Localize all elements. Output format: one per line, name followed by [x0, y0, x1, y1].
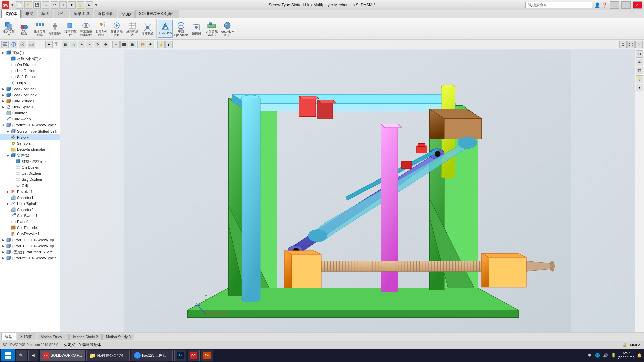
tree-item-cut-sweep1-1[interactable]: Cut-Sweep1	[0, 116, 60, 122]
tree-expander[interactable]: ▶	[6, 190, 10, 194]
tree-expander[interactable]	[11, 171, 15, 175]
large-assembly-btn[interactable]: 大型装配体模式	[204, 20, 219, 38]
quick-extra[interactable]: ▼	[68, 1, 76, 9]
display-style-btn[interactable]: 🎨	[139, 41, 146, 48]
quick-measure[interactable]: 📐	[77, 1, 84, 9]
tab-sketch[interactable]: 草图	[38, 10, 53, 18]
tree-expander[interactable]	[6, 141, 10, 145]
tree-expander[interactable]	[11, 165, 15, 169]
quick-redo[interactable]: ↪	[59, 1, 67, 9]
rotate-btn[interactable]: ↻	[94, 41, 101, 48]
user-icon[interactable]: 👤	[594, 2, 600, 8]
tree-item-origin[interactable]: Orijin	[0, 80, 60, 86]
realview-vp-btn[interactable]: 💡	[157, 41, 165, 48]
tree-item-boss-extrude2[interactable]: ▶Boss-Extrude2	[0, 92, 60, 98]
dim-xpert-tab[interactable]: Dim	[28, 41, 35, 48]
tab-mbd[interactable]: MBD	[118, 11, 135, 18]
taskbar-solidworks[interactable]: SW SOLIDWORKS P...	[40, 350, 85, 361]
taskbar-photoshop[interactable]: Ps	[174, 350, 186, 361]
solidworks-logo[interactable]: SW	[2, 1, 9, 9]
tree-item-plane-right[interactable]: Sağ Düzlem	[0, 74, 60, 80]
zoom-fit-btn[interactable]: ⊡	[62, 41, 69, 48]
start-button[interactable]	[1, 349, 15, 361]
feature-manager-tab[interactable]	[1, 41, 9, 48]
tree-item-plane-top[interactable]: Üst Düzlem	[0, 68, 60, 74]
rp-btn-2[interactable]: 👁	[636, 59, 643, 66]
tree-expander[interactable]	[6, 135, 10, 139]
notification-icon[interactable]: 🔔	[636, 352, 643, 359]
rp-btn-5[interactable]: ◈	[636, 84, 643, 91]
tree-expander[interactable]	[1, 111, 5, 115]
zoom-in-btn[interactable]: +	[78, 41, 85, 48]
tree-expander[interactable]: ▶	[6, 153, 10, 157]
tree-expander[interactable]	[11, 177, 15, 182]
tree-expander[interactable]: ▶	[1, 51, 5, 55]
realview-btn[interactable]: RealView图形	[220, 20, 235, 38]
zoom-area-btn[interactable]: 🔍	[70, 41, 77, 48]
viewport[interactable]: ⊡ 🔍 + − ↻ ✥ ✂ ⬛ ⊞ 🎨 👁 💡 ◐ ⊡ ⛶ ✕	[60, 40, 644, 332]
taskbar-extra2[interactable]: SW	[201, 350, 213, 361]
taskbar-browser[interactable]: 🌐 hao123-上网从...	[131, 350, 173, 361]
hide-show-items-btn[interactable]: 👁	[147, 41, 154, 48]
search-box[interactable]: 🔍	[525, 2, 592, 8]
move-part-btn[interactable]: ↔ 移动零部件	[63, 20, 78, 38]
show-hide-btn[interactable]: 显示隐藏的零部件	[79, 20, 93, 38]
quick-print[interactable]: 🖨	[42, 1, 49, 9]
tree-expander[interactable]	[6, 57, 10, 61]
sys-network[interactable]: 🌐	[594, 352, 601, 359]
tree-item-revolve1[interactable]: ▶Revolve1	[0, 189, 60, 195]
tree-expander[interactable]	[6, 63, 10, 67]
bottom-tab-motion1[interactable]: Motion Study 1	[37, 334, 69, 340]
mate-btn[interactable]: 配合 配合	[17, 20, 32, 38]
ref-geometry-btn[interactable]: 参考几何特征	[94, 20, 109, 38]
tree-expander[interactable]	[6, 69, 10, 73]
clock-display[interactable]: 6:57 2022/4/22	[618, 351, 635, 360]
tree-expander[interactable]	[6, 196, 10, 200]
close-button[interactable]: ✕	[633, 1, 642, 9]
tab-plugins[interactable]: SOLIDWORKS 插件	[135, 10, 179, 18]
quick-undo[interactable]: ↩	[51, 1, 58, 9]
tree-expander[interactable]	[11, 184, 15, 188]
zoom-out-btn[interactable]: −	[86, 41, 93, 48]
tree-expander[interactable]	[1, 117, 5, 121]
bottom-tab-motion2[interactable]: Motion Study 2	[69, 334, 101, 340]
tree-item-part11[interactable]: ▶[ Part11^2261-Screw-Type S	[0, 237, 60, 243]
bottom-tab-motion3[interactable]: Motion Study 3	[102, 334, 134, 340]
pan-btn[interactable]: ✥	[102, 41, 109, 48]
tree-item-detaylandirmalar[interactable]: Detaylandırmalar	[0, 146, 60, 152]
config-manager-tab[interactable]	[19, 41, 26, 48]
property-manager-tab[interactable]: i	[10, 41, 17, 48]
tree-expander[interactable]	[6, 220, 10, 224]
tree-expander[interactable]	[6, 75, 10, 79]
tree-expander[interactable]	[11, 159, 15, 163]
tree-item-part3[interactable]: ▶[ Part3^2261-Screw-Type Sl	[0, 255, 60, 261]
tree-expander[interactable]: ▶	[1, 238, 5, 242]
tree-item-cut-sweep1-2[interactable]: Cut-Sweep1	[0, 213, 60, 219]
speedpak-btn[interactable]: 更新 更新Speedpak	[174, 20, 188, 38]
tree-expander[interactable]: ▶	[1, 250, 5, 254]
tree-item-history[interactable]: History	[0, 134, 60, 140]
tree-item-material2[interactable]: 材质 <未指定>	[0, 158, 60, 164]
rp-btn-4[interactable]: 💡	[636, 75, 643, 83]
sys-battery[interactable]: 🔋	[610, 352, 617, 359]
tree-expander[interactable]	[6, 81, 10, 85]
bottom-tab-model[interactable]: 模型	[1, 333, 16, 340]
panel-expand-btn[interactable]: ▶	[45, 41, 53, 48]
explode-btn[interactable]: 爆炸视图	[140, 20, 155, 38]
tree-expander[interactable]	[6, 226, 10, 230]
tab-evaluate[interactable]: 评估	[54, 10, 69, 18]
tree-expander[interactable]	[6, 147, 10, 151]
maximize-button[interactable]: □	[621, 1, 631, 9]
tree-item-cut-extrude1-2[interactable]: Cut-Extrude1	[0, 225, 60, 231]
tree-expander[interactable]: ▶	[1, 256, 5, 260]
tree-expander[interactable]	[6, 208, 10, 212]
tree-item-screw-link[interactable]: ▶Screw-Type Slotted-Link	[0, 128, 60, 134]
tree-expander[interactable]	[6, 214, 10, 218]
tree-expander[interactable]: ▶	[6, 202, 10, 206]
tree-expander[interactable]: ▼	[1, 123, 5, 127]
standard-views-btn[interactable]: ⊞	[129, 41, 136, 48]
tree-item-plane-top2[interactable]: Üst Düzlem	[0, 170, 60, 176]
tree-expander[interactable]: ▶	[6, 129, 10, 133]
tree-item-part2-fixed[interactable]: ▶(固定) [ Part2^2261-Screw-T	[0, 249, 60, 255]
tree-expander[interactable]	[6, 232, 10, 236]
